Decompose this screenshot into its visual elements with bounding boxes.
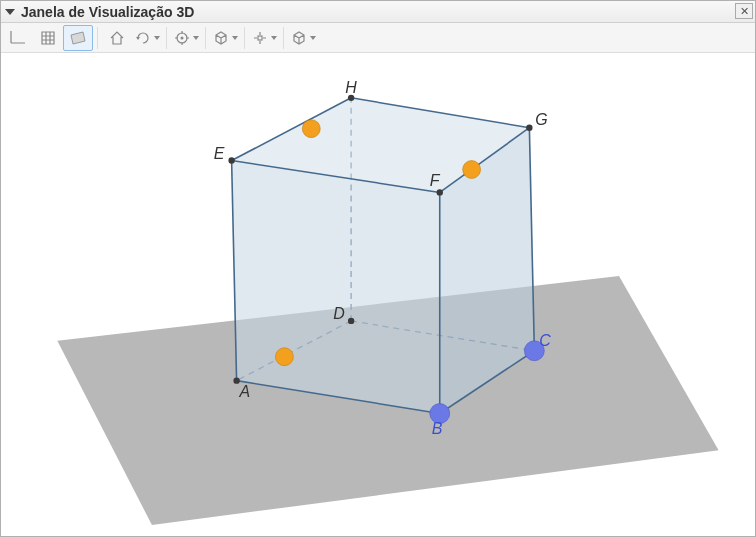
snap-icon: [251, 29, 269, 47]
3d-viewport[interactable]: A B C D E F G H: [1, 53, 755, 536]
svg-point-27: [526, 125, 532, 131]
toolbar-separator: [97, 27, 98, 49]
dropdown-icon: [271, 36, 277, 40]
toolbar-separator: [166, 27, 167, 49]
grid-toggle[interactable]: [33, 25, 63, 51]
toolbar-separator: [244, 27, 245, 49]
snap-button[interactable]: [249, 25, 279, 51]
svg-marker-6: [232, 161, 440, 414]
rotate-button[interactable]: [132, 25, 162, 51]
target-icon: [173, 29, 191, 47]
toolbar-separator: [205, 27, 206, 49]
label-C: C: [539, 332, 551, 349]
dropdown-icon: [154, 36, 160, 40]
clipping-button[interactable]: [210, 25, 240, 51]
label-E: E: [214, 145, 225, 162]
svg-rect-2: [258, 36, 262, 40]
axes-toggle[interactable]: [3, 25, 33, 51]
svg-point-26: [437, 189, 443, 195]
grid-icon: [39, 29, 57, 47]
close-button[interactable]: ✕: [735, 3, 753, 19]
home-button[interactable]: [102, 25, 132, 51]
projection-button[interactable]: [288, 25, 318, 51]
svg-point-24: [348, 318, 354, 324]
3d-scene: A B C D E F G H: [1, 53, 755, 536]
cube-faces: [232, 98, 535, 414]
svg-point-20: [275, 348, 293, 366]
plane-toggle[interactable]: [63, 25, 93, 51]
rotate-icon: [134, 29, 152, 47]
label-A: A: [239, 383, 251, 400]
label-H: H: [345, 79, 357, 96]
dropdown-icon: [232, 36, 238, 40]
title-bar: Janela de Visualização 3D ✕: [1, 1, 755, 23]
home-icon: [108, 29, 126, 47]
label-F: F: [430, 172, 441, 189]
label-G: G: [535, 111, 547, 128]
svg-point-18: [302, 120, 320, 138]
plane-icon: [69, 29, 87, 47]
axes-icon: [9, 29, 27, 47]
svg-point-19: [463, 161, 481, 179]
view-direction-button[interactable]: [171, 25, 201, 51]
toolbar-separator: [283, 27, 284, 49]
label-B: B: [432, 420, 443, 437]
svg-point-25: [228, 157, 234, 163]
box-icon: [212, 29, 230, 47]
label-D: D: [333, 305, 344, 322]
collapse-icon[interactable]: [5, 9, 15, 15]
window-title: Janela de Visualização 3D: [21, 4, 194, 20]
cube-icon: [290, 29, 308, 47]
toolbar: [1, 23, 755, 53]
dropdown-icon: [310, 36, 316, 40]
dropdown-icon: [193, 36, 199, 40]
svg-point-1: [181, 36, 184, 39]
